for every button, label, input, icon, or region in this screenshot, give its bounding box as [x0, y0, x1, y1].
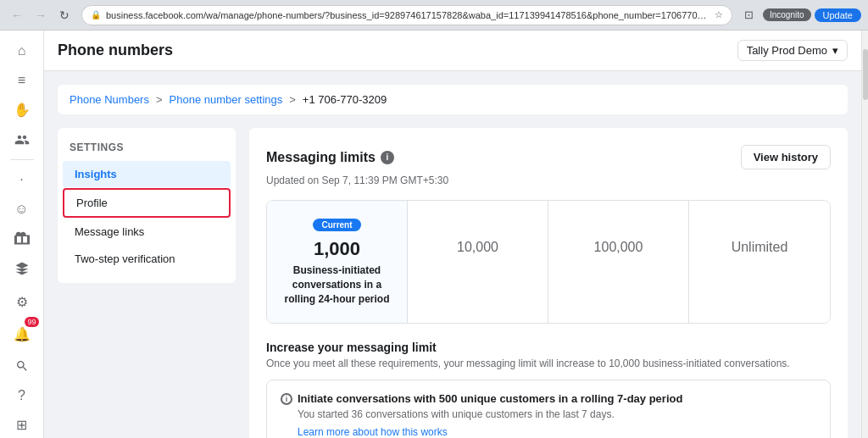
extensions-button[interactable]: ⊡: [739, 5, 760, 25]
nav-divider-1: [10, 159, 34, 160]
account-name: Tally Prod Demo: [747, 44, 827, 57]
settings-layout: Settings Insights Profile Message links …: [58, 128, 848, 438]
lock-icon: 🔒: [91, 10, 101, 19]
section-header: Messaging limits i View history: [266, 145, 831, 169]
top-bar: Phone numbers Tally Prod Demo ▾: [44, 30, 861, 71]
limits-grid: Current 1,000 Business-initiated convers…: [266, 200, 831, 324]
browser-actions: ⊡ Incognito Update: [739, 5, 861, 25]
nav-grid-icon[interactable]: ⊞: [7, 412, 37, 438]
settings-heading: Settings: [58, 138, 236, 160]
browser-nav-buttons: ← → ↻: [7, 5, 75, 25]
limit-value-4: Unlimited: [706, 240, 813, 255]
app-container: ⌂ ≡ ✋ · ☺ ⚙ 🔔 99 ? ⊞ Phone numbers: [0, 30, 868, 438]
current-badge: Current: [313, 219, 360, 231]
view-history-button[interactable]: View history: [741, 145, 831, 169]
sidebar-item-message-links[interactable]: Message links: [63, 219, 231, 245]
nav-briefcase-icon[interactable]: [7, 226, 37, 252]
update-button[interactable]: Update: [815, 8, 861, 22]
nav-building-icon[interactable]: [7, 256, 37, 282]
info-icon[interactable]: i: [381, 151, 394, 164]
breadcrumb-current: +1 706-770-3209: [303, 93, 387, 106]
left-nav: ⌂ ≡ ✋ · ☺ ⚙ 🔔 99 ? ⊞: [0, 30, 44, 438]
sidebar-item-two-step[interactable]: Two-step verification: [63, 246, 231, 272]
nav-menu-icon[interactable]: ≡: [7, 67, 37, 93]
notifications-badge: 99: [25, 317, 38, 327]
nav-notifications-wrap: 🔔 99: [7, 319, 37, 349]
breadcrumb-sep-1: >: [156, 93, 163, 106]
nav-hand-icon[interactable]: ✋: [7, 97, 37, 123]
limit-cell-4: Unlimited: [689, 201, 830, 323]
increase-title: Increase your messaging limit: [266, 341, 831, 354]
section-subtitle: Updated on Sep 7, 11:39 PM GMT+5:30: [266, 175, 831, 186]
reload-button[interactable]: ↻: [54, 5, 75, 25]
increase-desc: Once you meet all these requirements, yo…: [266, 358, 831, 369]
main-content: Phone numbers Tally Prod Demo ▾ Phone Nu…: [44, 30, 861, 438]
requirement-card: i Initiate conversations with 500 unique…: [266, 380, 831, 438]
limit-value-3: 100,000: [565, 240, 671, 255]
breadcrumb-phone-numbers[interactable]: Phone Numbers: [70, 93, 149, 106]
nav-people-icon[interactable]: [7, 126, 37, 152]
settings-sidebar: Settings Insights Profile Message links …: [58, 128, 236, 283]
chevron-down-icon: ▾: [832, 44, 838, 57]
content-area[interactable]: Phone Numbers > Phone number settings > …: [44, 71, 861, 438]
breadcrumb-phone-settings[interactable]: Phone number settings: [170, 93, 283, 106]
section-title: Messaging limits i: [266, 150, 394, 165]
nav-emoji-icon[interactable]: ☺: [7, 197, 37, 223]
req-icon: i: [281, 393, 292, 405]
sidebar-item-insights[interactable]: Insights: [63, 161, 231, 187]
limit-desc-current: Business-initiated conversations in a ro…: [284, 263, 390, 306]
increase-section: Increase your messaging limit Once you m…: [266, 341, 831, 438]
account-selector[interactable]: Tally Prod Demo ▾: [737, 40, 848, 61]
address-bar[interactable]: 🔒 business.facebook.com/wa/manage/phone-…: [81, 5, 732, 25]
sidebar-item-profile[interactable]: Profile: [63, 188, 231, 218]
browser-chrome: ← → ↻ 🔒 business.facebook.com/wa/manage/…: [0, 0, 868, 30]
nav-dot-icon[interactable]: ·: [7, 167, 37, 193]
limit-cell-current: Current 1,000 Business-initiated convers…: [267, 201, 408, 323]
req-title: i Initiate conversations with 500 unique…: [281, 392, 816, 405]
star-icon: ☆: [715, 9, 723, 20]
scrollbar-thumb[interactable]: [863, 49, 868, 100]
right-scrollbar[interactable]: [861, 30, 868, 438]
forward-button[interactable]: →: [31, 5, 51, 25]
req-learn-more-link[interactable]: Learn more about how this works: [281, 426, 448, 438]
back-button[interactable]: ←: [7, 5, 27, 25]
limit-value-2: 10,000: [425, 240, 531, 255]
breadcrumb: Phone Numbers > Phone number settings > …: [58, 85, 848, 114]
breadcrumb-sep-2: >: [289, 93, 296, 106]
nav-home-icon[interactable]: ⌂: [7, 37, 37, 64]
main-panel: Messaging limits i View history Updated …: [249, 128, 848, 438]
nav-help-icon[interactable]: ?: [7, 382, 37, 408]
page-title: Phone numbers: [58, 42, 173, 59]
limit-cell-2: 10,000: [408, 201, 548, 323]
limit-cell-3: 100,000: [548, 201, 689, 323]
nav-search-icon[interactable]: [7, 352, 37, 379]
url-text: business.facebook.com/wa/manage/phone-nu…: [106, 10, 709, 20]
nav-gear-icon[interactable]: ⚙: [7, 289, 37, 315]
limit-number-current: 1,000: [284, 238, 390, 260]
incognito-badge: Incognito: [763, 8, 811, 21]
req-desc: You started 36 conversations with unique…: [281, 408, 816, 420]
